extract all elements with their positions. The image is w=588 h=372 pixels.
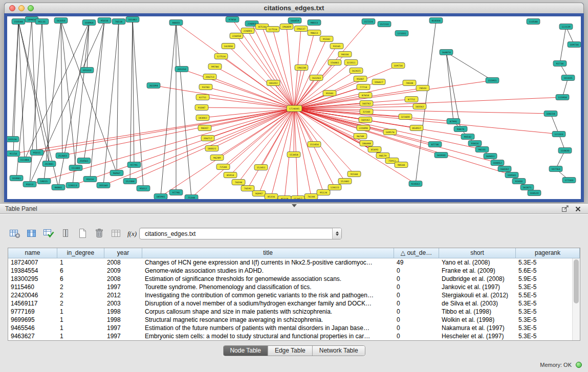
graph-node[interactable]: 151480 bbox=[69, 165, 82, 171]
column-header-out_de[interactable]: △ out_de… bbox=[394, 248, 439, 258]
graph-node[interactable]: 95014 bbox=[83, 177, 97, 182]
graph-node[interactable]: 87751 bbox=[405, 97, 418, 102]
import-table-button[interactable] bbox=[41, 228, 56, 241]
graph-node[interactable]: 161871 bbox=[520, 185, 534, 190]
graph-node[interactable]: 93165 bbox=[330, 43, 343, 49]
graph-node[interactable]: 78508 bbox=[403, 80, 416, 86]
graph-node[interactable]: 196138 bbox=[295, 65, 308, 71]
graph-node[interactable]: 97791 bbox=[127, 162, 141, 168]
column-header-short[interactable]: short bbox=[439, 248, 516, 258]
graph-node[interactable]: 109734 bbox=[391, 63, 405, 69]
scrollbar-thumb[interactable] bbox=[574, 259, 579, 303]
graph-node[interactable]: 94474 bbox=[454, 126, 467, 132]
graph-node[interactable]: 180021 bbox=[205, 146, 219, 151]
graph-node[interactable]: 96101 bbox=[475, 147, 489, 152]
graph-node[interactable]: 93783 bbox=[199, 84, 212, 90]
graph-node[interactable]: 177300 bbox=[562, 178, 576, 183]
tab-node-table[interactable]: Node Table bbox=[223, 346, 268, 356]
graph-node[interactable]: 99784 bbox=[208, 64, 222, 70]
graph-node[interactable]: 59015 bbox=[37, 179, 51, 184]
vertical-scrollbar[interactable] bbox=[572, 258, 580, 340]
graph-node[interactable]: 206713 bbox=[203, 74, 216, 80]
table-row[interactable]: 1830029562008Estimation of significance … bbox=[8, 275, 572, 283]
graph-node[interactable]: 95018 bbox=[98, 18, 111, 24]
column-header-name[interactable]: name bbox=[8, 248, 57, 258]
graph-node[interactable]: 98013 bbox=[308, 20, 321, 26]
graph-node[interactable]: 76592 bbox=[241, 186, 254, 191]
graph-node[interactable]: 77714 bbox=[357, 84, 370, 90]
graph-node[interactable]: 98544 bbox=[395, 162, 408, 168]
network-canvas[interactable]: 1505481894349513116335010496495018765181… bbox=[4, 13, 584, 202]
graph-node[interactable]: 76518 bbox=[112, 19, 125, 25]
graph-node[interactable]: 95015 bbox=[30, 150, 43, 156]
graph-node[interactable]: 91544 bbox=[347, 171, 361, 177]
graph-node[interactable]: 183002 bbox=[196, 115, 209, 121]
graph-node[interactable]: 818304 bbox=[429, 18, 443, 24]
graph-node[interactable]: 85316 bbox=[265, 194, 278, 200]
graph-node[interactable]: 186448 bbox=[360, 141, 373, 146]
table-row[interactable]: 946362711997Embryonic stem cells: a mode… bbox=[8, 332, 572, 340]
graph-node[interactable]: 86603 bbox=[169, 20, 183, 26]
function-builder-button[interactable]: f(x) bbox=[125, 228, 140, 241]
column-display-button[interactable] bbox=[24, 228, 39, 241]
graph-node[interactable]: 97790 bbox=[169, 190, 183, 195]
graph-node[interactable]: 206717 bbox=[201, 136, 214, 141]
graph-node[interactable]: 160162 bbox=[413, 104, 426, 110]
graph-node[interactable]: 92450 bbox=[512, 179, 526, 184]
graph-node[interactable]: 87738 bbox=[428, 142, 442, 147]
column-header-title[interactable]: title bbox=[142, 248, 394, 258]
graph-node[interactable]: 95124 bbox=[317, 190, 330, 195]
graph-node[interactable]: 85318 bbox=[278, 196, 291, 200]
graph-node[interactable]: 95087 bbox=[354, 76, 367, 82]
graph-node[interactable]: 91154 bbox=[7, 151, 20, 157]
graph-hub-node[interactable]: 1724045 bbox=[287, 105, 302, 112]
graph-node[interactable]: 153457 bbox=[291, 196, 304, 200]
graph-node[interactable]: 108234 bbox=[544, 111, 557, 117]
graph-node[interactable]: 96749 bbox=[354, 134, 367, 139]
delete-column-button[interactable] bbox=[92, 228, 106, 241]
graph-node[interactable]: 165930 bbox=[434, 152, 448, 158]
graph-node[interactable]: 87654 bbox=[359, 93, 372, 98]
graph-node[interactable]: 96289 bbox=[210, 155, 224, 161]
graph-node[interactable]: 153458 bbox=[287, 152, 300, 158]
graph-node[interactable]: 107763 bbox=[549, 166, 562, 172]
graph-node[interactable]: 98613 bbox=[308, 30, 321, 36]
graph-node[interactable]: 105526 bbox=[7, 137, 19, 142]
graph-node[interactable]: 128115 bbox=[328, 185, 341, 190]
graph-node[interactable]: 110630 bbox=[558, 148, 572, 154]
graph-node[interactable]: 90542 bbox=[461, 134, 474, 140]
graph-node[interactable]: 95012 bbox=[137, 186, 150, 191]
graph-node[interactable]: 95582 bbox=[320, 36, 333, 42]
graph-node[interactable]: 152451 bbox=[254, 165, 268, 170]
new-column-button[interactable] bbox=[75, 228, 90, 241]
graph-node[interactable]: 115958 bbox=[556, 95, 569, 100]
graph-node[interactable]: 106427 bbox=[372, 79, 385, 85]
graph-node[interactable]: 87991 bbox=[447, 119, 460, 124]
graph-node[interactable]: 205150 bbox=[175, 67, 188, 72]
graph-node[interactable]: 92734 bbox=[553, 61, 567, 67]
graph-node[interactable]: 151454 bbox=[308, 142, 321, 147]
graph-node[interactable]: 150548 bbox=[12, 19, 25, 25]
graph-node[interactable]: 156461 bbox=[328, 60, 341, 65]
close-panel-button[interactable] bbox=[575, 205, 582, 212]
graph-node[interactable]: 127514 bbox=[214, 54, 228, 59]
graph-node[interactable]: 78503 bbox=[416, 85, 429, 91]
graph-node[interactable]: 98579 bbox=[376, 153, 389, 159]
graph-node[interactable]: 98307 bbox=[198, 125, 211, 131]
graph-node[interactable]: 202841 bbox=[42, 161, 56, 167]
tab-edge-table[interactable]: Edge Table bbox=[268, 346, 313, 356]
graph-node[interactable]: 121031 bbox=[395, 31, 408, 36]
table-row[interactable]: 977716911998Corpus callosum shape and si… bbox=[8, 308, 572, 316]
graph-node[interactable]: 155955 bbox=[486, 78, 499, 83]
graph-node[interactable]: 96967 bbox=[110, 170, 123, 176]
graph-node[interactable]: 127516 bbox=[266, 27, 279, 32]
graph-node[interactable]: 85914 bbox=[224, 172, 237, 178]
graph-node[interactable]: 226001 bbox=[241, 28, 254, 34]
graph-node[interactable]: 196409 bbox=[280, 24, 293, 30]
graph-node[interactable]: 75344 bbox=[185, 195, 198, 200]
table-row[interactable]: 2242004622012Investigating the contribut… bbox=[8, 291, 572, 299]
graph-node[interactable]: 95583 bbox=[323, 91, 336, 96]
graph-node[interactable]: 91087 bbox=[195, 105, 208, 111]
column-header-year[interactable]: year bbox=[104, 248, 142, 258]
graph-node[interactable]: 141435 bbox=[561, 75, 575, 81]
